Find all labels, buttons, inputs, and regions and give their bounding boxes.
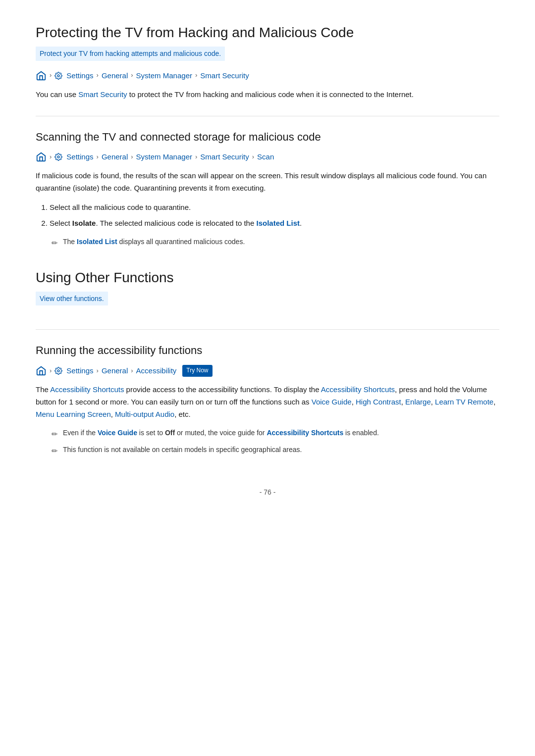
section1-heading: Scanning the TV and connected storage fo… [36, 130, 499, 145]
multi-audio-link[interactable]: Multi-output Audio [115, 410, 174, 418]
pencil-icon-3: ✏ [52, 445, 58, 457]
accessibility-shortcuts-link-1[interactable]: Accessibility Shortcuts [50, 385, 124, 394]
chevron-2c: › [131, 152, 133, 162]
home-icon-2 [36, 151, 47, 162]
subtitle-highlight: Protect your TV from hacking attempts an… [36, 47, 225, 60]
note-voice-guide: ✏ Even if the Voice Guide is set to Off … [52, 427, 499, 440]
section2-container: Using Other Functions View other functio… [36, 269, 499, 315]
chevron-2a: › [50, 152, 52, 162]
note-isolated-list: ✏ The Isolated List displays all quarant… [52, 236, 499, 249]
note-text-2: Even if the Voice Guide is set to Off or… [63, 427, 379, 438]
pencil-icon-2: ✏ [52, 428, 58, 440]
intro-paragraph: You can use Smart Security to protect th… [36, 89, 499, 101]
breadcrumb-smart-security-2[interactable]: Smart Security [200, 151, 249, 163]
breadcrumb-accessibility[interactable]: Accessibility [136, 365, 177, 377]
breadcrumb-system-manager-1[interactable]: System Manager [136, 70, 192, 82]
breadcrumb-3: › Settings › General › Accessibility Try… [36, 365, 499, 377]
smart-security-link-1[interactable]: Smart Security [78, 90, 127, 99]
chevron-icon-3: › [131, 70, 133, 81]
svg-point-0 [57, 75, 59, 77]
accessibility-shortcuts-link-3[interactable]: Accessibility Shortcuts [267, 429, 343, 437]
breadcrumb-scan[interactable]: Scan [257, 151, 274, 163]
high-contrast-link[interactable]: High Contrast [356, 398, 401, 406]
chevron-3a: › [50, 366, 52, 376]
learn-tv-link[interactable]: Learn TV Remote [435, 398, 493, 406]
settings-gear-icon-3 [54, 367, 62, 375]
chevron-3b: › [97, 366, 99, 376]
settings-gear-icon-2 [54, 153, 62, 161]
voice-guide-link-2[interactable]: Voice Guide [98, 429, 137, 437]
breadcrumb-settings-3[interactable]: Settings [66, 365, 93, 377]
chevron-3c: › [131, 366, 133, 376]
menu-learning-link[interactable]: Menu Learning Screen [36, 410, 111, 418]
step-2: Select Isolate. The selected malicious c… [50, 217, 499, 229]
isolate-bold: Isolate [72, 219, 96, 227]
breadcrumb-system-manager-2[interactable]: System Manager [136, 151, 192, 163]
note-not-available: ✏ This function is not available on cert… [52, 444, 499, 457]
home-icon-3 [36, 365, 47, 376]
svg-point-1 [57, 156, 59, 158]
breadcrumb-general-1[interactable]: General [102, 70, 128, 82]
section2-highlight: View other functions. [36, 292, 108, 305]
chevron-icon-1: › [50, 70, 52, 81]
section3-heading: Running the accessibility functions [36, 344, 499, 358]
try-now-badge[interactable]: Try Now [182, 365, 212, 376]
home-icon [36, 70, 47, 81]
pencil-icon-1: ✏ [52, 237, 58, 249]
settings-gear-icon-1 [54, 72, 62, 80]
chevron-icon-4: › [195, 70, 197, 81]
breadcrumb-general-3[interactable]: General [102, 365, 128, 377]
breadcrumb-settings-1[interactable]: Settings [66, 70, 93, 82]
section2-heading: Using Other Functions [36, 269, 499, 287]
isolated-list-link-1[interactable]: Isolated List [256, 219, 300, 227]
section1-body: If malicious code is found, the results … [36, 170, 499, 195]
chevron-2e: › [252, 152, 254, 162]
note-text-1: The Isolated List displays all quarantin… [63, 236, 245, 247]
steps-list: Select all the malicious code to quarant… [36, 202, 499, 229]
step-1: Select all the malicious code to quarant… [50, 202, 499, 213]
page-number: - 76 - [36, 487, 499, 498]
accessibility-shortcuts-link-2[interactable]: Accessibility Shortcuts [321, 385, 395, 394]
page-title: Protecting the TV from Hacking and Malic… [36, 24, 499, 42]
off-bold: Off [165, 429, 175, 437]
isolated-list-link-2[interactable]: Isolated List [77, 238, 117, 246]
voice-guide-link-1[interactable]: Voice Guide [312, 398, 352, 406]
breadcrumb-1: › Settings › General › System Manager › … [36, 70, 499, 82]
section-divider-2 [36, 329, 499, 330]
section3-body: The Accessibility Shortcuts provide acce… [36, 384, 499, 420]
breadcrumb-general-2[interactable]: General [102, 151, 128, 163]
breadcrumb-2: › Settings › General › System Manager › … [36, 151, 499, 163]
note-text-3: This function is not available on certai… [63, 444, 302, 455]
chevron-icon-2: › [97, 70, 99, 81]
svg-point-2 [57, 370, 59, 372]
chevron-2d: › [195, 152, 197, 162]
breadcrumb-smart-security-1[interactable]: Smart Security [200, 70, 249, 82]
enlarge-link[interactable]: Enlarge [405, 398, 431, 406]
section-divider-1 [36, 116, 499, 116]
breadcrumb-settings-2[interactable]: Settings [66, 151, 93, 163]
chevron-2b: › [97, 152, 99, 162]
